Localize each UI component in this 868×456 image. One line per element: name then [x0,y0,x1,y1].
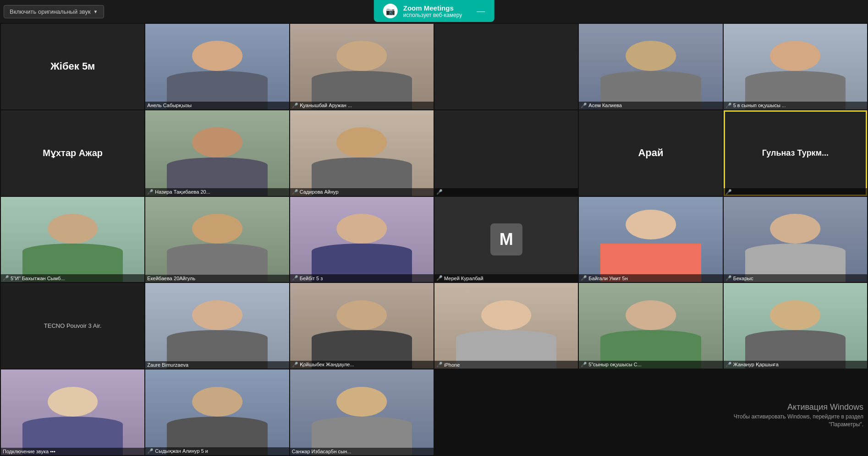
participant-cell-empty2: 🎤 [434,110,578,196]
participant-name-text: Жананур Қаршыға [733,362,779,368]
video-feed-podzv [1,369,144,455]
participant-cell-ekei: Екейбаева 20Айгуль [145,197,289,282]
participant-name-text: Байгали Умит 5н [588,276,627,281]
video-feed-sadirova [290,110,434,196]
mute-icon: 🎤 [725,275,732,281]
zoom-minimize-button[interactable]: — [477,6,485,16]
video-feed-5i [1,197,144,282]
participant-cell-arai: Арай [579,110,722,196]
participant-name-text: Zaure Bimurzaeva [147,362,188,368]
mute-icon: 🎤 [581,275,587,281]
participant-label-5v: 🎤 5 в сынып оқушысы ... [724,102,867,109]
participant-name-text: Мерей Куралбай [444,276,483,281]
participant-name-text: Подключение звука ••• [3,449,55,454]
participant-cell-bekarys: 🎤 Бекарыс [724,197,867,282]
participant-label-sydyk: 🎤 Сыдықжан Алинур 5 и [145,447,289,455]
dropdown-arrow-icon: ▼ [93,9,98,14]
participant-name-muhtar: Мұхтар Ажар [38,143,107,163]
enable-sound-label: Включить оригинальный звук [10,8,91,15]
participant-cell-asem: 🎤 Асем Калиева [579,24,722,109]
participant-name-text: Қойшыбек Жандауле... [300,362,354,368]
participant-name-text: 5"И" Бахытжан Сымб... [11,276,65,281]
participant-label-podzv: Подключение звука ••• [1,448,144,455]
participant-name-text: 5 в сынып оқушысы ... [733,103,786,109]
participant-label-beibit: 🎤 Бейбіт 5 з [290,274,434,282]
participant-label-sadirova: 🎤 Садирова Айнур [290,188,434,196]
mute-icon: 🎤 [725,189,732,195]
participant-cell-koish: 🎤 Қойшыбек Жандауле... [290,283,434,369]
participant-label-nazira: 🎤 Назира Тақибаева 20... [145,188,289,196]
participant-label-asem: 🎤 Асем Калиева [579,102,722,109]
participant-label-baigali: 🎤 Байгали Умит 5н [579,274,722,282]
participant-name-tecno: TECNO Pouvoir 3 Air. [40,319,105,333]
video-feed-iphone [434,283,578,369]
participant-cell-kuanysh: 🎤 Қуанышбай Аружан ... [290,24,434,109]
video-grid: Жібек 5м Анель Сабырқызы 🎤 Қуанышбай Ару… [0,23,868,456]
participant-label-koish: 🎤 Қойшыбек Жандауле... [290,361,434,369]
participant-cell-5i: 🎤 5"И" Бахытжан Сымб... [1,197,144,282]
participant-label-zhanur: 🎤 Жананур Қаршыға [724,361,867,369]
video-feed-kuanysh [290,24,434,109]
participant-cell-tecno: TECNO Pouvoir 3 Air. [1,283,144,369]
video-feed-beibit [290,197,434,282]
participant-name-text: Бекарыс [733,276,753,281]
participant-name-text: iPhone [444,362,460,368]
video-feed-sanzhar [290,369,434,455]
mute-icon: 🎤 [292,103,298,109]
participant-cell-beibit: 🎤 Бейбіт 5 з [290,197,434,282]
video-feed-anel [145,24,289,109]
video-feed-ekei [145,197,289,282]
participant-cell-iphone: 🎤 iPhone [434,283,578,369]
participant-label-ekei: Екейбаева 20Айгуль [145,275,289,282]
participant-label-gulnaz: 🎤 [724,188,867,196]
participant-cell-anel: Анель Сабырқызы [145,24,289,109]
video-feed-zaure [145,283,289,369]
participant-cell-5v: 🎤 5 в сынып оқушысы ... [724,24,867,109]
participant-label-empty2: 🎤 [434,188,578,196]
participant-name-text: 5"сыныр оқушысы С... [588,362,642,368]
mute-icon: 🎤 [581,362,587,368]
participant-label-5s: 🎤 5"сыныр оқушысы С... [579,361,722,369]
zoom-camera-icon: 📷 [383,4,398,18]
video-feed-zhanur [724,283,867,369]
participant-label-sanzhar: Санжар Избасар5н сын... [290,448,434,455]
mute-icon: 🎤 [436,189,443,195]
enable-sound-button[interactable]: Включить оригинальный звук ▼ [4,5,104,18]
mute-icon: 🎤 [3,275,9,281]
mute-icon: 🎤 [581,103,587,109]
video-feed-asem [579,24,722,109]
mute-icon: 🎤 [292,275,298,281]
video-feed-bekarys [724,197,867,282]
participant-name-text: Садирова Айнур [300,189,339,195]
mute-icon: 🎤 [147,448,154,454]
mute-icon: 🎤 [725,103,732,109]
participant-label-5i: 🎤 5"И" Бахытжан Сымб... [1,274,144,282]
participant-label-zaure: Zaure Bimurzaeva [145,361,289,369]
video-feed-5v [724,24,867,109]
mute-icon: 🎤 [436,362,443,368]
participant-cell-gulnaz: Гульназ Туркм... 🎤 [724,110,867,196]
participant-cell-podzv: Подключение звука ••• [1,369,144,455]
participant-cell-merey: M 🎤 Мерей Куралбай [434,197,578,282]
participant-name-text: Анель Сабырқызы [147,103,192,109]
participant-name-arai: Арай [633,142,668,163]
participant-cell-jibek: Жібек 5м [1,24,144,109]
participant-name-text: Асем Калиева [588,103,622,108]
participant-cell-muhtar: Мұхтар Ажар [1,110,144,196]
participant-name-text: Санжар Избасар5н сын... [292,449,352,454]
participant-label-anel: Анель Сабырқызы [145,102,289,109]
participant-cell-sanzhar: Санжар Избасар5н сын... [290,369,434,455]
participant-name-text: Қуанышбай Аружан ... [300,103,352,109]
participant-cell-baigali: 🎤 Байгали Умит 5н [579,197,722,282]
participant-name-text: Сыдықжан Алинур 5 и [155,448,208,454]
mute-icon: 🎤 [292,189,298,195]
video-feed-sydyk [145,369,289,455]
video-feed-5s [579,283,722,369]
participant-label-merey: 🎤 Мерей Куралбай [434,274,578,282]
participant-cell-empty1 [434,24,578,109]
participant-name-text: Екейбаева 20Айгуль [147,276,195,281]
mute-icon: 🎤 [725,362,732,368]
zoom-notification-text: Zoom Meetings использует веб-камеру [403,4,462,18]
participant-cell-5s: 🎤 5"сыныр оқушысы С... [579,283,722,369]
letter-avatar-merey: M [490,223,522,255]
